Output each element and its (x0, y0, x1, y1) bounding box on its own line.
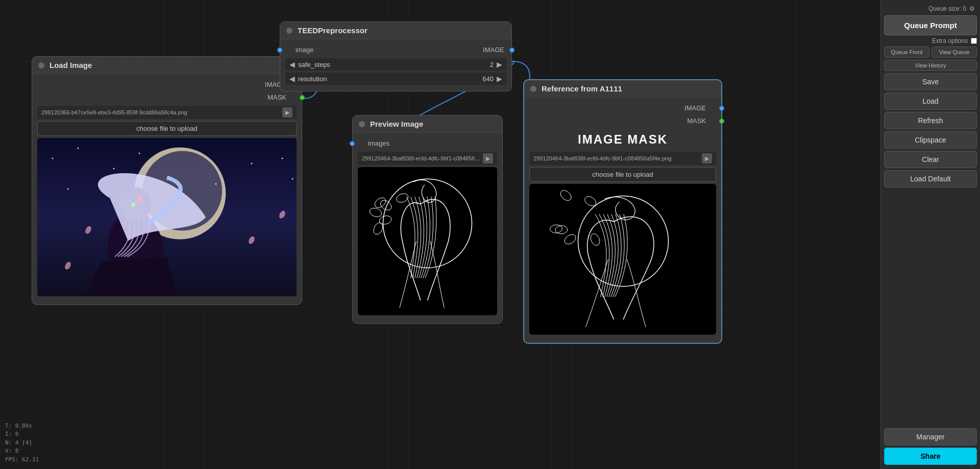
teed-preprocessor-node: TEEDPreprocessor image IMAGE ◀ safe_step… (280, 21, 512, 91)
preview-play-button[interactable]: ▶ (483, 153, 493, 163)
load-default-button[interactable]: Load Default (884, 170, 977, 187)
stats-nodes: N: 4 [4] (5, 439, 39, 448)
play-button[interactable]: ▶ (282, 107, 292, 118)
manager-button[interactable]: Manager (884, 428, 977, 445)
queue-size-label: Queue size: 0 (928, 5, 966, 12)
image-output-row: IMAGE (32, 78, 302, 91)
ref-image-canvas-container (529, 184, 716, 335)
teed-body: image IMAGE ◀ safe_steps 2 ▶ ◀ resolutio… (280, 39, 511, 91)
resolution-right-arrow[interactable]: ▶ (497, 75, 502, 83)
teed-title: TEEDPreprocessor (298, 26, 368, 35)
mask-output-row: MASK (32, 91, 302, 104)
teed-header: TEEDPreprocessor (280, 22, 511, 39)
safe-steps-left-arrow[interactable]: ◀ (289, 60, 295, 68)
ref-image-output-row: IMAGE (524, 102, 721, 114)
reference-node: Reference from A1111 IMAGE MASK IMAGE MA… (523, 79, 722, 344)
right-panel: Queue size: 0 ⚙ Queue Prompt Extra optio… (880, 0, 980, 469)
safe-steps-right-arrow[interactable]: ▶ (497, 60, 502, 68)
clipspace-button[interactable]: Clipspace (884, 131, 977, 149)
ref-play-button[interactable]: ▶ (702, 153, 712, 163)
image-input-row: image IMAGE (280, 43, 511, 56)
safe-steps-slider-row: ◀ safe_steps 2 ▶ (285, 58, 506, 71)
node-status-dot (38, 62, 44, 68)
load-image-header: Load Image (32, 57, 302, 74)
preview-image-header: Preview Image (353, 115, 502, 133)
resolution-slider-row: ◀ resolution 640 ▶ (285, 73, 506, 85)
refresh-button[interactable]: Refresh (884, 112, 977, 129)
node-status-dot (359, 121, 365, 127)
sub-btn-row-1: Queue Front View Queue (884, 46, 977, 58)
image-input-port[interactable] (277, 48, 282, 53)
stats-panel: T: 0.00s I: 0 N: 4 [4] V: 8 FPS: 62.11 (5, 422, 39, 464)
ref-mask-output-row: MASK (524, 114, 721, 127)
extra-options-label: Extra options (932, 37, 968, 44)
preview-image-title: Preview Image (370, 120, 423, 128)
load-image-body: IMAGE MASK 299120366-b47ce5e8-ebe3-4d95-… (32, 74, 302, 304)
load-image-node: Load Image IMAGE MASK 299120366-b47ce5e8… (32, 56, 302, 305)
image-input-label: image (288, 45, 321, 55)
queue-front-button[interactable]: Queue Front (884, 46, 929, 58)
queue-size-row: Queue size: 0 ⚙ (884, 4, 977, 13)
reference-header: Reference from A1111 (524, 80, 721, 98)
image-out-port[interactable] (509, 48, 514, 53)
images-input-label: images (361, 138, 397, 148)
extra-options-checkbox[interactable] (971, 38, 977, 44)
image-mask-label: IMAGE MASK (524, 127, 721, 150)
share-button[interactable]: Share (884, 448, 977, 465)
preview-image-body: images 299120464-3baf838f-ecfd-4dfc-9bf1… (353, 133, 502, 323)
safe-steps-label: safe_steps (298, 61, 490, 68)
ref-mask-output-port[interactable] (719, 119, 724, 124)
save-button[interactable]: Save (884, 73, 977, 90)
filename-row: 299120366-b47ce5e8-ebe3-4d95-859f-9cdd86… (37, 106, 297, 119)
resolution-value: 640 (482, 75, 494, 83)
resolution-label: resolution (298, 75, 482, 83)
load-image-title: Load Image (50, 61, 92, 69)
ref-preview-canvas (529, 184, 716, 335)
preview-canvas (37, 138, 297, 296)
preview-canvas-teed (358, 167, 497, 315)
queue-prompt-button[interactable]: Queue Prompt (884, 15, 977, 35)
preview-image-canvas-container (358, 167, 497, 315)
resolution-left-arrow[interactable]: ◀ (289, 75, 295, 83)
preview-filename-text: 299120464-3baf838f-ecfd-4dfc-9bf1-c08485… (362, 155, 481, 161)
images-input-port[interactable] (350, 141, 355, 146)
mask-output-port[interactable] (300, 95, 305, 100)
reference-body: IMAGE MASK IMAGE MASK 299120464-3baf838f… (524, 98, 721, 343)
ref-mask-output-label: MASK (680, 116, 713, 126)
load-button[interactable]: Load (884, 92, 977, 110)
stats-v: V: 8 (5, 447, 39, 456)
reference-title: Reference from A1111 (542, 84, 622, 93)
safe-steps-value: 2 (490, 61, 494, 68)
ref-image-output-label: IMAGE (677, 103, 713, 113)
ref-filename-row: 299120464-3baf838f-ecfd-4dfc-9bf1-c08485… (529, 152, 716, 165)
node-status-dot (286, 28, 292, 34)
stats-time: T: 0.00s (5, 422, 39, 431)
sub-btn-row-2: View History (884, 60, 977, 71)
ref-upload-button[interactable]: choose file to upload (529, 167, 716, 182)
gear-icon[interactable]: ⚙ (969, 5, 975, 12)
preview-filename-row: 299120464-3baf838f-ecfd-4dfc-9bf1-c08485… (358, 152, 497, 165)
image-preview (37, 138, 297, 296)
upload-button[interactable]: choose file to upload (37, 121, 297, 136)
ref-image-output-port[interactable] (719, 106, 724, 111)
filename-text: 299120366-b47ce5e8-ebe3-4d95-859f-9cdd86… (41, 109, 280, 115)
view-queue-button[interactable]: View Queue (932, 46, 977, 58)
clear-button[interactable]: Clear (884, 151, 977, 168)
mask-output-label: MASK (260, 92, 293, 102)
view-history-button[interactable]: View History (884, 60, 977, 71)
stats-fps: FPS: 62.11 (5, 456, 39, 464)
node-status-dot (530, 86, 536, 92)
stats-iterations: I: 0 (5, 430, 39, 439)
preview-image-node: Preview Image images 299120464-3baf838f-… (352, 115, 503, 324)
extra-options-row: Extra options (884, 37, 977, 44)
image-out-label: IMAGE (476, 45, 511, 55)
images-input-row: images (353, 137, 502, 150)
ref-filename-text: 299120464-3baf838f-ecfd-4dfc-9bf1-c08485… (533, 155, 700, 161)
